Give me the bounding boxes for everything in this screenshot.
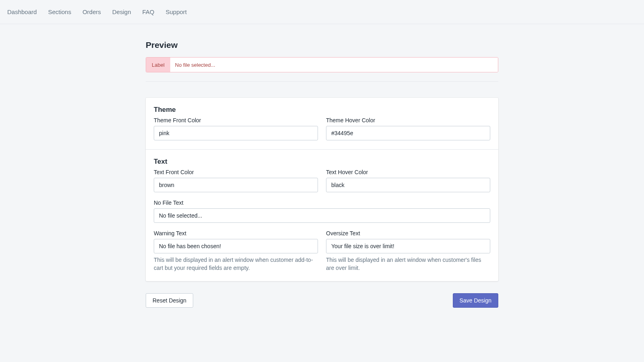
nav-dashboard[interactable]: Dashboard: [2, 0, 42, 23]
warning-input[interactable]: [154, 239, 318, 253]
nofile-label: No File Text: [154, 200, 490, 206]
preview-nofile-text: No file selected...: [170, 58, 498, 72]
actions-row: Reset Design Save Design: [146, 293, 498, 308]
nav-design[interactable]: Design: [107, 0, 137, 23]
nav-support[interactable]: Support: [160, 0, 193, 23]
nav-orders[interactable]: Orders: [77, 0, 107, 23]
nav-faq[interactable]: FAQ: [136, 0, 160, 23]
theme-hover-label: Theme Hover Color: [326, 117, 490, 123]
warning-help: This will be displayed in an alert windo…: [154, 256, 318, 272]
warning-label: Warning Text: [154, 230, 318, 237]
theme-heading: Theme: [154, 106, 490, 114]
text-front-input[interactable]: [154, 178, 318, 192]
theme-section: Theme Theme Front Color Theme Hover Colo…: [146, 98, 498, 149]
theme-front-input[interactable]: [154, 126, 318, 140]
nav-sections[interactable]: Sections: [42, 0, 77, 23]
oversize-input[interactable]: [326, 239, 490, 253]
oversize-help: This will be displayed in an alert windo…: [326, 256, 490, 272]
text-section: Text Text Front Color Text Hover Color N…: [146, 149, 498, 281]
theme-hover-input[interactable]: [326, 126, 490, 140]
nofile-input[interactable]: [154, 208, 490, 223]
oversize-label: Oversize Text: [326, 230, 490, 237]
text-front-label: Text Front Color: [154, 169, 318, 175]
theme-front-label: Theme Front Color: [154, 117, 318, 123]
text-hover-label: Text Hover Color: [326, 169, 490, 175]
preview-heading: Preview: [146, 40, 498, 50]
text-hover-input[interactable]: [326, 178, 490, 192]
reset-button[interactable]: Reset Design: [146, 293, 193, 308]
preview-box: Label No file selected...: [146, 57, 498, 72]
main-content: Preview Label No file selected... Theme …: [146, 24, 498, 308]
divider: [146, 81, 498, 82]
text-heading: Text: [154, 158, 490, 166]
preview-label: Label: [146, 58, 170, 72]
settings-card: Theme Theme Front Color Theme Hover Colo…: [146, 98, 498, 281]
save-button[interactable]: Save Design: [453, 293, 498, 308]
top-nav: Dashboard Sections Orders Design FAQ Sup…: [0, 0, 644, 24]
